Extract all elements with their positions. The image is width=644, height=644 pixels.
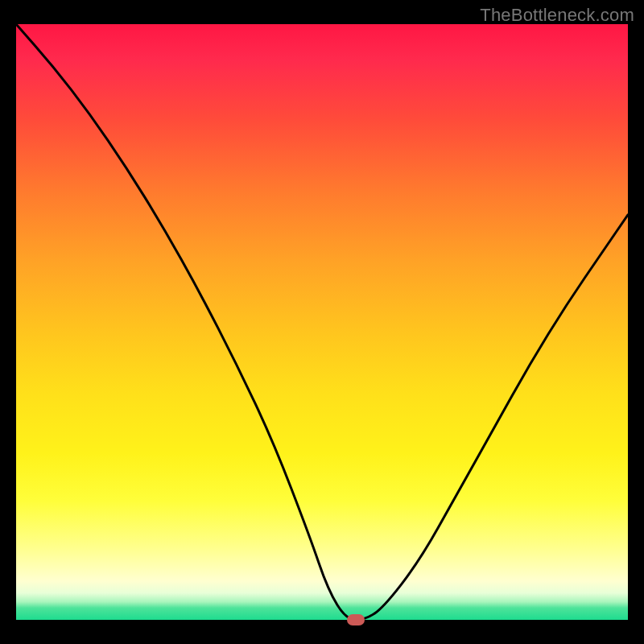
watermark-text: TheBottleneck.com [480,5,634,26]
plot-area [16,24,628,620]
chart-frame: TheBottleneck.com [0,0,644,644]
bottleneck-curve [16,24,628,620]
optimum-marker [347,614,365,625]
